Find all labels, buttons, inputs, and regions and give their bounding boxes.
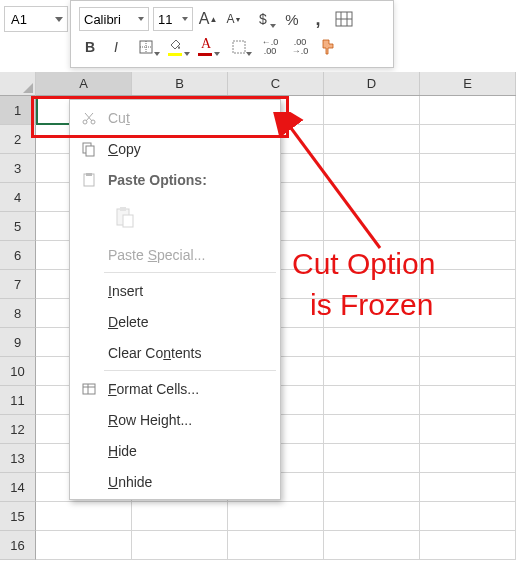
ctx-delete[interactable]: Delete <box>70 306 280 337</box>
ctx-unhide-label: Unhide <box>102 474 270 490</box>
ctx-row-height-label: Row Height... <box>102 412 270 428</box>
ctx-clear-contents[interactable]: Clear Contents <box>70 337 280 368</box>
ctx-paste-buttons <box>70 195 280 239</box>
ctx-delete-label: Delete <box>102 314 270 330</box>
ctx-insert-label: Insert <box>102 283 270 299</box>
format-cells-icon <box>76 377 102 401</box>
ctx-hide[interactable]: Hide <box>70 435 280 466</box>
name-box[interactable]: A1 <box>4 6 68 32</box>
ctx-cut: Cut <box>70 102 280 133</box>
borders-button[interactable] <box>131 35 161 59</box>
row-headers: 1 2 3 4 5 6 7 8 9 10 11 12 13 14 15 16 <box>0 96 36 560</box>
row-header[interactable]: 14 <box>0 473 36 502</box>
italic-button[interactable]: I <box>105 35 127 59</box>
row-header[interactable]: 5 <box>0 212 36 241</box>
row-header[interactable]: 9 <box>0 328 36 357</box>
ctx-cut-label: Cut <box>102 110 270 126</box>
row-header[interactable]: 12 <box>0 415 36 444</box>
col-header-B[interactable]: B <box>132 72 228 95</box>
col-header-D[interactable]: D <box>324 72 420 95</box>
svg-rect-18 <box>123 215 133 227</box>
bold-button[interactable]: B <box>79 35 101 59</box>
svg-rect-7 <box>233 41 245 53</box>
increase-decimal-button[interactable]: ←.0.00 <box>257 35 283 59</box>
row-header[interactable]: 7 <box>0 270 36 299</box>
shrink-font-button[interactable]: A▼ <box>223 7 245 31</box>
ctx-hide-label: Hide <box>102 443 270 459</box>
paste-button <box>108 200 142 234</box>
ctx-insert[interactable]: Insert <box>70 275 280 306</box>
row-header[interactable]: 4 <box>0 183 36 212</box>
row-header[interactable]: 2 <box>0 125 36 154</box>
row-header[interactable]: 10 <box>0 357 36 386</box>
row-header[interactable]: 11 <box>0 386 36 415</box>
row-header[interactable]: 13 <box>0 444 36 473</box>
accounting-format-button[interactable]: $ <box>249 7 277 31</box>
select-all-corner[interactable] <box>0 72 36 96</box>
row-header[interactable]: 16 <box>0 531 36 560</box>
copy-icon <box>76 137 102 161</box>
fill-color-button[interactable] <box>165 35 191 59</box>
ctx-format-cells[interactable]: Format Cells... <box>70 373 280 404</box>
comma-format-button[interactable]: , <box>307 7 329 31</box>
font-name-select[interactable]: Calibri <box>79 7 149 31</box>
format-painter-button[interactable] <box>317 35 339 59</box>
scissors-icon <box>76 106 102 130</box>
clipboard-icon <box>76 168 102 192</box>
ctx-clear-contents-label: Clear Contents <box>102 345 270 361</box>
row-header[interactable]: 8 <box>0 299 36 328</box>
annotation-text: Cut Option is Frozen <box>292 244 435 325</box>
ctx-unhide[interactable]: Unhide <box>70 466 280 497</box>
percent-format-button[interactable]: % <box>281 7 303 31</box>
mini-toolbar: Calibri 11 A▲ A▼ $ % , B I A ←.0.00 . <box>70 0 394 68</box>
row-header[interactable]: 15 <box>0 502 36 531</box>
font-color-button[interactable]: A <box>195 35 221 59</box>
ctx-row-height[interactable]: Row Height... <box>70 404 280 435</box>
ctx-paste-special: Paste Special... <box>70 239 280 270</box>
decrease-decimal-button[interactable]: .00→.0 <box>287 35 313 59</box>
merge-center-button[interactable] <box>333 7 355 31</box>
svg-rect-19 <box>83 384 95 394</box>
row-header[interactable]: 6 <box>0 241 36 270</box>
col-header-A[interactable]: A <box>36 72 132 95</box>
ctx-format-cells-label: Format Cells... <box>102 381 270 397</box>
ctx-paste-options-label: Paste Options: <box>102 172 270 188</box>
svg-rect-17 <box>120 207 126 211</box>
name-box-value: A1 <box>11 12 27 27</box>
ctx-copy-label: Copy <box>102 141 270 157</box>
ctx-paste-special-label: Paste Special... <box>102 247 270 263</box>
row-header[interactable]: 3 <box>0 154 36 183</box>
col-header-E[interactable]: E <box>420 72 516 95</box>
column-headers: A B C D E <box>36 72 516 96</box>
ctx-copy[interactable]: Copy <box>70 133 280 164</box>
grow-font-button[interactable]: A▲ <box>197 7 219 31</box>
svg-rect-13 <box>86 146 94 156</box>
row-header[interactable]: 1 <box>0 96 36 125</box>
context-menu: Cut Copy Paste Options: Paste Special...… <box>69 99 281 500</box>
ctx-paste-options: Paste Options: <box>70 164 280 195</box>
font-size-select[interactable]: 11 <box>153 7 193 31</box>
col-header-C[interactable]: C <box>228 72 324 95</box>
borders-style-button[interactable] <box>225 35 253 59</box>
svg-rect-15 <box>86 173 92 176</box>
